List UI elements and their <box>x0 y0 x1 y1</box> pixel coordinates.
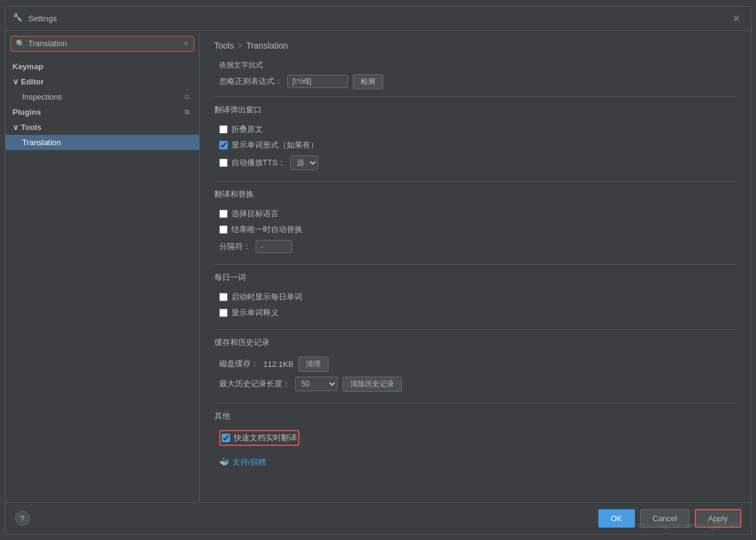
other-section: 其他 快速文档实时翻译 <box>214 411 737 446</box>
content-area: Tools > Translation 依据文字抗式 忽略正则表达式： 检测 <box>200 31 751 502</box>
ignore-regex-label: 忽略正则表达式： <box>219 76 282 87</box>
nav-list: Keymap ∨ Editor Inspections ⧉ Plugins ⧉ <box>5 56 199 502</box>
option-fold-original: 折叠原文 <box>214 124 737 135</box>
auto-tts-label: 自动播放TTS： <box>231 157 286 168</box>
breadcrumb-parent: Tools <box>214 41 234 50</box>
option-quick-translate: 快速文档实时翻译 <box>214 430 737 446</box>
show-meaning-checkbox[interactable] <box>219 309 228 317</box>
disk-cache-row: 磁盘缓存： 112.1KB 清理 <box>214 357 737 372</box>
max-history-select[interactable]: 50 <box>295 377 338 391</box>
separator-char-label: 分隔符： <box>219 241 251 252</box>
auto-tts-checkbox[interactable] <box>219 159 228 167</box>
show-on-startup-label: 启动时显示每日单词 <box>231 292 302 302</box>
show-word-form-checkbox[interactable] <box>219 141 228 149</box>
show-meaning-label: 显示单词释义 <box>231 307 279 318</box>
separator-2 <box>214 181 737 182</box>
clear-history-button[interactable]: 清除历史记录 <box>342 377 402 392</box>
translation-popup-section: 翻译弹出窗口 折叠原文 显示单词形式（如果有） <box>214 104 737 170</box>
breadcrumb-current: Translation <box>246 41 288 50</box>
word-of-day-section: 每日一词 启动时显示每日单词 显示单词释义 <box>214 272 737 318</box>
show-on-startup-checkbox[interactable] <box>219 293 228 301</box>
option-select-target: 选择目标语言 <box>214 208 737 219</box>
cache-history-title: 缓存和历史记录 <box>214 337 737 350</box>
detect-button[interactable]: 检测 <box>353 74 383 89</box>
title-bar-left: 🔧 Settings <box>13 13 57 24</box>
option-show-word-form: 显示单词形式（如果有） <box>214 140 737 151</box>
partially-visible-label: 依据文字抗式 <box>214 60 737 70</box>
disk-cache-label: 磁盘缓存： <box>219 358 259 369</box>
ignore-regex-input[interactable] <box>287 75 348 88</box>
fold-original-label: 折叠原文 <box>231 124 263 135</box>
search-input[interactable] <box>29 39 180 48</box>
separator-3 <box>214 264 737 265</box>
editor-expand: ∨ <box>13 77 19 86</box>
breadcrumb: Tools > Translation <box>214 41 737 50</box>
option-show-on-startup: 启动时显示每日单词 <box>214 292 737 302</box>
inspections-copy-icon: ⧉ <box>185 93 189 101</box>
disk-cache-value: 112.1KB <box>264 360 294 369</box>
search-icon: 🔍 <box>16 39 25 48</box>
auto-tts-select[interactable]: 源 <box>290 156 318 170</box>
quick-translate-checkbox[interactable] <box>222 434 230 442</box>
quick-translate-label: 快速文档实时翻译 <box>234 432 297 443</box>
max-history-row: 最大历史记录长度： 50 清除历史记录 <box>214 377 737 392</box>
content-scroll: Tools > Translation 依据文字抗式 忽略正则表达式： 检测 <box>200 31 751 502</box>
separator-4 <box>214 329 737 330</box>
separator-input[interactable] <box>256 240 292 253</box>
title-bar: 🔧 Settings ✕ <box>5 7 751 31</box>
search-box: 🔍 × <box>10 36 194 52</box>
sidebar-item-inspections[interactable]: Inspections ⧉ <box>5 89 199 104</box>
separator-1 <box>214 97 737 97</box>
breadcrumb-separator: > <box>237 41 242 50</box>
main-content: 🔍 × Keymap ∨ Editor Inspections ⧉ <box>5 31 751 502</box>
show-word-form-label: 显示单词形式（如果有） <box>231 140 318 151</box>
dialog-title: Settings <box>29 14 57 23</box>
auto-replace-label: 结果唯一时自动替换 <box>231 224 302 235</box>
keymap-label: Keymap <box>13 62 44 71</box>
sidebar-item-plugins[interactable]: Plugins ⧉ <box>5 104 199 120</box>
clear-search-button[interactable]: × <box>183 39 188 49</box>
inspections-label: Inspections <box>22 92 63 101</box>
separator-row: 分隔符： <box>214 240 737 253</box>
cache-history-section: 缓存和历史记录 磁盘缓存： 112.1KB 清理 最大历史记录长度： 50 清除… <box>214 337 737 392</box>
other-title: 其他 <box>214 411 737 424</box>
translation-label: Translation <box>22 138 61 147</box>
editor-label: Editor <box>19 77 189 86</box>
max-history-label: 最大历史记录长度： <box>219 378 290 389</box>
translation-replace-title: 翻译和替换 <box>214 189 737 202</box>
ok-button[interactable]: OK <box>598 509 635 528</box>
watermark: https://blog.csdn.net/weixin_44642403 <box>638 522 741 529</box>
select-target-checkbox[interactable] <box>219 210 228 218</box>
fold-original-checkbox[interactable] <box>219 125 228 134</box>
option-auto-tts: 自动播放TTS： 源 <box>214 156 737 170</box>
support-icon: 🐳 <box>219 457 229 467</box>
footer: ? OK Cancel Apply <box>5 502 751 534</box>
select-target-label: 选择目标语言 <box>231 208 279 219</box>
support-link-row: 🐳 支持/捐赠 <box>214 457 737 468</box>
quick-translate-highlighted: 快速文档实时翻译 <box>219 430 299 446</box>
sidebar-item-translation[interactable]: Translation <box>5 135 199 150</box>
option-show-meaning: 显示单词释义 <box>214 307 737 318</box>
close-button[interactable]: ✕ <box>729 12 744 26</box>
ignore-regex-row: 忽略正则表达式： 检测 <box>214 74 737 89</box>
app-icon: 🔧 <box>13 13 24 24</box>
sidebar-item-tools[interactable]: ∨ Tools <box>5 120 199 135</box>
option-auto-replace: 结果唯一时自动替换 <box>214 224 737 235</box>
translation-replace-section: 翻译和替换 选择目标语言 结果唯一时自动替换 <box>214 189 737 253</box>
sidebar: 🔍 × Keymap ∨ Editor Inspections ⧉ <box>5 31 200 502</box>
translation-popup-title: 翻译弹出窗口 <box>214 104 737 118</box>
separator-5 <box>214 403 737 403</box>
plugins-copy-icon: ⧉ <box>185 108 189 116</box>
settings-dialog: 🔧 Settings ✕ 🔍 × Keymap ∨ E <box>5 6 752 535</box>
support-link[interactable]: 支持/捐赠 <box>233 457 267 468</box>
plugins-label: Plugins <box>13 108 41 117</box>
clear-cache-button[interactable]: 清理 <box>298 357 329 372</box>
sidebar-item-editor[interactable]: ∨ Editor <box>5 74 199 89</box>
tools-label: Tools <box>19 123 189 132</box>
auto-replace-checkbox[interactable] <box>219 225 228 234</box>
help-button[interactable]: ? <box>15 511 30 525</box>
sidebar-item-keymap[interactable]: Keymap <box>5 59 199 74</box>
tools-expand: ∨ <box>13 123 19 132</box>
word-of-day-title: 每日一词 <box>214 272 737 285</box>
